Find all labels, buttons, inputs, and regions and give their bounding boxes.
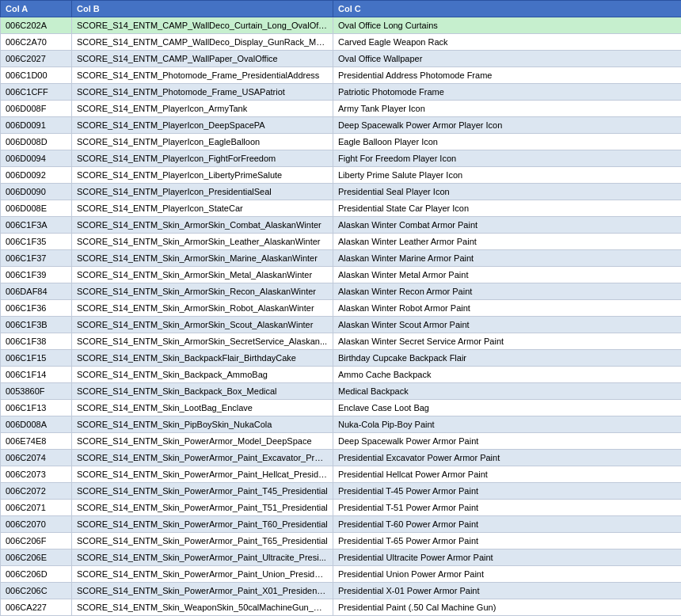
cell-row6-col1: SCORE_S14_ENTM_PlayerIcon_DeepSpacePA — [72, 117, 333, 134]
table-row[interactable]: 006C206FSCORE_S14_ENTM_Skin_PowerArmor_P… — [1, 533, 682, 549]
cell-row33-col2: Presidential Union Power Armor Paint — [333, 566, 682, 583]
cell-row30-col1: SCORE_S14_ENTM_Skin_PowerArmor_Paint_T60… — [72, 516, 333, 533]
table-row[interactable]: 006C2027SCORE_S14_ENTM_CAMP_WallPaper_Ov… — [1, 51, 682, 67]
cell-row0-col0: 006C202A — [1, 17, 72, 34]
cell-row29-col1: SCORE_S14_ENTM_Skin_PowerArmor_Paint_T51… — [72, 500, 333, 516]
table-row[interactable]: 006C1F3BSCORE_S14_ENTM_Skin_ArmorSkin_Sc… — [1, 317, 682, 333]
cell-row4-col0: 006C1CFF — [1, 84, 72, 101]
cell-row24-col2: Nuka-Cola Pip-Boy Paint — [333, 416, 682, 433]
cell-row30-col2: Presidential T-60 Power Armor Paint — [333, 516, 682, 533]
table-row[interactable]: 006C1CFFSCORE_S14_ENTM_Photomode_Frame_U… — [1, 84, 682, 101]
column-header-b: Col B — [72, 1, 333, 17]
table-row[interactable]: 006CA227SCORE_S14_ENTM_Skin_WeaponSkin_5… — [1, 599, 682, 616]
cell-row5-col2: Army Tank Player Icon — [333, 101, 682, 117]
cell-row7-col2: Eagle Balloon Player Icon — [333, 134, 682, 150]
cell-row31-col2: Presidential T-65 Power Armor Paint — [333, 533, 682, 549]
table-row[interactable]: 006C2071SCORE_S14_ENTM_Skin_PowerArmor_P… — [1, 500, 682, 516]
table-row[interactable]: 006C2A70SCORE_S14_ENTM_CAMP_WallDeco_Dis… — [1, 34, 682, 51]
cell-row12-col0: 006C1F3A — [1, 217, 72, 234]
table-row[interactable]: 006C1F35SCORE_S14_ENTM_Skin_ArmorSkin_Le… — [1, 234, 682, 250]
cell-row22-col2: Medical Backpack — [333, 383, 682, 400]
table-row[interactable]: 006D008ASCORE_S14_ENTM_Skin_PipBoySkin_N… — [1, 416, 682, 433]
table-row[interactable]: 006C1F37SCORE_S14_ENTM_Skin_ArmorSkin_Ma… — [1, 250, 682, 267]
cell-row32-col1: SCORE_S14_ENTM_Skin_PowerArmor_Paint_Ult… — [72, 549, 333, 566]
table-row[interactable]: 0053860FSCORE_S14_ENTM_Skin_Backpack_Box… — [1, 383, 682, 400]
cell-row2-col1: SCORE_S14_ENTM_CAMP_WallPaper_OvalOffice — [72, 51, 333, 67]
cell-row9-col2: Liberty Prime Salute Player Icon — [333, 167, 682, 184]
table-row[interactable]: 006C1F39SCORE_S14_ENTM_Skin_ArmorSkin_Me… — [1, 267, 682, 283]
cell-row27-col2: Presidential Hellcat Power Armor Paint — [333, 466, 682, 483]
data-table: Col A Col B Col C 006C202ASCORE_S14_ENTM… — [0, 0, 681, 616]
table-row[interactable]: 006C202ASCORE_S14_ENTM_CAMP_WallDeco_Cur… — [1, 17, 682, 34]
cell-row21-col0: 006C1F14 — [1, 367, 72, 383]
cell-row17-col1: SCORE_S14_ENTM_Skin_ArmorSkin_Robot_Alas… — [72, 300, 333, 317]
cell-row0-col1: SCORE_S14_ENTM_CAMP_WallDeco_Curtain_Lon… — [72, 17, 333, 34]
cell-row32-col2: Presidential Ultracite Power Armor Paint — [333, 549, 682, 566]
cell-row2-col2: Oval Office Wallpaper — [333, 51, 682, 67]
cell-row25-col1: SCORE_S14_ENTM_Skin_PowerArmor_Model_Dee… — [72, 433, 333, 450]
cell-row19-col2: Alaskan Winter Secret Service Armor Pain… — [333, 333, 682, 350]
cell-row21-col1: SCORE_S14_ENTM_Skin_Backpack_AmmoBag — [72, 367, 333, 383]
cell-row34-col0: 006C206C — [1, 583, 72, 599]
table-row[interactable]: 006C206CSCORE_S14_ENTM_Skin_PowerArmor_P… — [1, 583, 682, 599]
cell-row25-col0: 006E74E8 — [1, 433, 72, 450]
cell-row27-col1: SCORE_S14_ENTM_Skin_PowerArmor_Paint_Hel… — [72, 466, 333, 483]
cell-row4-col1: SCORE_S14_ENTM_Photomode_Frame_USAPatrio… — [72, 84, 333, 101]
cell-row35-col1: SCORE_S14_ENTM_Skin_WeaponSkin_50calMach… — [72, 599, 333, 616]
cell-row26-col0: 006C2074 — [1, 450, 72, 466]
cell-row16-col2: Alaskan Winter Recon Armor Paint — [333, 283, 682, 300]
cell-row13-col0: 006C1F35 — [1, 234, 72, 250]
table-row[interactable]: 006D008FSCORE_S14_ENTM_PlayerIcon_ArmyTa… — [1, 101, 682, 117]
table-row[interactable]: 006C2070SCORE_S14_ENTM_Skin_PowerArmor_P… — [1, 516, 682, 533]
table-row[interactable]: 006D0090SCORE_S14_ENTM_PlayerIcon_Presid… — [1, 184, 682, 200]
cell-row24-col0: 006D008A — [1, 416, 72, 433]
table-row[interactable]: 006C2072SCORE_S14_ENTM_Skin_PowerArmor_P… — [1, 483, 682, 500]
cell-row1-col1: SCORE_S14_ENTM_CAMP_WallDeco_Display_Gun… — [72, 34, 333, 51]
cell-row10-col2: Presidential Seal Player Icon — [333, 184, 682, 200]
table-row[interactable]: 006D0094SCORE_S14_ENTM_PlayerIcon_FightF… — [1, 150, 682, 167]
cell-row8-col2: Fight For Freedom Player Icon — [333, 150, 682, 167]
cell-row34-col2: Presidential X-01 Power Armor Paint — [333, 583, 682, 599]
table-row[interactable]: 006E74E8SCORE_S14_ENTM_Skin_PowerArmor_M… — [1, 433, 682, 450]
cell-row23-col0: 006C1F13 — [1, 400, 72, 416]
table-row[interactable]: 006C2074SCORE_S14_ENTM_Skin_PowerArmor_P… — [1, 450, 682, 466]
table-row[interactable]: 006C1D00SCORE_S14_ENTM_Photomode_Frame_P… — [1, 67, 682, 84]
main-table-container: Col A Col B Col C 006C202ASCORE_S14_ENTM… — [0, 0, 681, 616]
table-row[interactable]: 006C1F38SCORE_S14_ENTM_Skin_ArmorSkin_Se… — [1, 333, 682, 350]
column-header-c: Col C — [333, 1, 682, 17]
cell-row19-col0: 006C1F38 — [1, 333, 72, 350]
table-row[interactable]: 006C1F14SCORE_S14_ENTM_Skin_Backpack_Amm… — [1, 367, 682, 383]
cell-row20-col0: 006C1F15 — [1, 350, 72, 367]
table-row[interactable]: 006D008ESCORE_S14_ENTM_PlayerIcon_StateC… — [1, 200, 682, 217]
cell-row8-col0: 006D0094 — [1, 150, 72, 167]
cell-row2-col0: 006C2027 — [1, 51, 72, 67]
cell-row3-col2: Presidential Address Photomode Frame — [333, 67, 682, 84]
table-row[interactable]: 006C1F36SCORE_S14_ENTM_Skin_ArmorSkin_Ro… — [1, 300, 682, 317]
table-row[interactable]: 006D0091SCORE_S14_ENTM_PlayerIcon_DeepSp… — [1, 117, 682, 134]
cell-row14-col0: 006C1F37 — [1, 250, 72, 267]
cell-row20-col2: Birthday Cupcake Backpack Flair — [333, 350, 682, 367]
cell-row23-col2: Enclave Case Loot Bag — [333, 400, 682, 416]
cell-row5-col0: 006D008F — [1, 101, 72, 117]
cell-row16-col0: 006DAF84 — [1, 283, 72, 300]
cell-row30-col0: 006C2070 — [1, 516, 72, 533]
table-row[interactable]: 006C1F13SCORE_S14_ENTM_Skin_LootBag_Encl… — [1, 400, 682, 416]
table-row[interactable]: 006DAF84SCORE_S14_ENTM_Skin_ArmorSkin_Re… — [1, 283, 682, 300]
table-row[interactable]: 006D0092SCORE_S14_ENTM_PlayerIcon_Libert… — [1, 167, 682, 184]
table-row[interactable]: 006C1F3ASCORE_S14_ENTM_Skin_ArmorSkin_Co… — [1, 217, 682, 234]
cell-row3-col1: SCORE_S14_ENTM_Photomode_Frame_President… — [72, 67, 333, 84]
cell-row31-col1: SCORE_S14_ENTM_Skin_PowerArmor_Paint_T65… — [72, 533, 333, 549]
cell-row28-col1: SCORE_S14_ENTM_Skin_PowerArmor_Paint_T45… — [72, 483, 333, 500]
cell-row22-col0: 0053860F — [1, 383, 72, 400]
table-row[interactable]: 006D008DSCORE_S14_ENTM_PlayerIcon_EagleB… — [1, 134, 682, 150]
table-row[interactable]: 006C2073SCORE_S14_ENTM_Skin_PowerArmor_P… — [1, 466, 682, 483]
table-row[interactable]: 006C206ESCORE_S14_ENTM_Skin_PowerArmor_P… — [1, 549, 682, 566]
table-row[interactable]: 006C1F15SCORE_S14_ENTM_Skin_BackpackFlai… — [1, 350, 682, 367]
cell-row29-col2: Presidential T-51 Power Armor Paint — [333, 500, 682, 516]
cell-row9-col0: 006D0092 — [1, 167, 72, 184]
table-row[interactable]: 006C206DSCORE_S14_ENTM_Skin_PowerArmor_P… — [1, 566, 682, 583]
cell-row11-col0: 006D008E — [1, 200, 72, 217]
cell-row13-col2: Alaskan Winter Leather Armor Paint — [333, 234, 682, 250]
cell-row17-col0: 006C1F36 — [1, 300, 72, 317]
cell-row10-col0: 006D0090 — [1, 184, 72, 200]
